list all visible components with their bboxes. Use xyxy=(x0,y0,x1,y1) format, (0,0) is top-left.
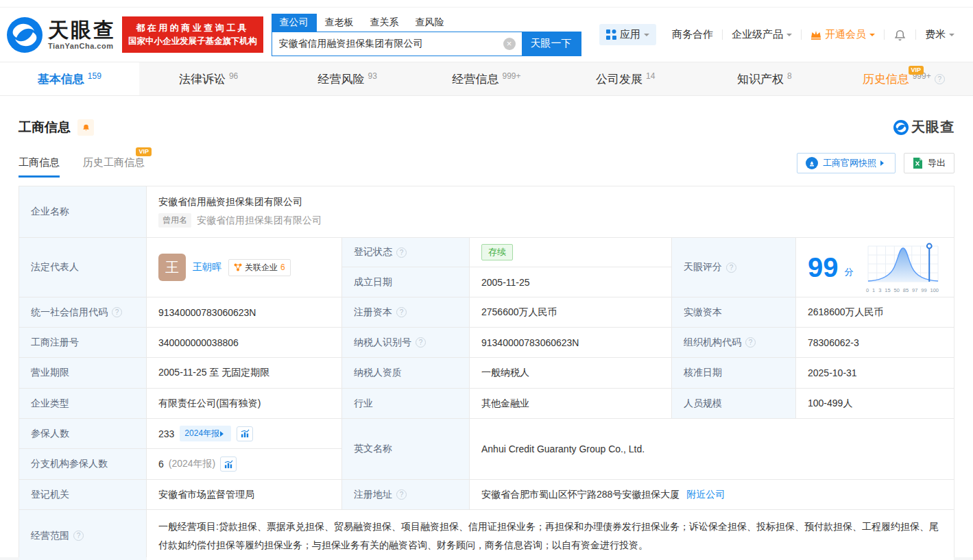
tab-intellectual-property[interactable]: 知识产权 8 xyxy=(695,62,834,95)
search-tab-company[interactable]: 查公司 xyxy=(272,14,317,32)
field-label: 纳税人识别号 ? xyxy=(342,328,469,357)
chevron-down-icon xyxy=(786,34,792,39)
section-header: 工商信息 天眼查 xyxy=(19,118,954,136)
taxpayer-type-value: 一般纳税人 xyxy=(470,358,671,388)
trend-chart-button[interactable] xyxy=(220,456,237,472)
subtab-history-business-info[interactable]: 历史工商信息 VIP xyxy=(83,156,145,178)
bell-icon xyxy=(893,28,906,42)
credit-code-value: 91340000783060623N xyxy=(147,297,341,327)
help-icon[interactable]: ? xyxy=(73,531,84,541)
histogram-icon xyxy=(241,429,250,438)
search-tab-risk[interactable]: 查风险 xyxy=(407,14,453,32)
top-divider xyxy=(0,0,973,8)
search-box: × 天眼一下 xyxy=(272,32,581,56)
tab-company-development[interactable]: 公司发展 14 xyxy=(556,62,695,95)
notification-bell[interactable] xyxy=(885,28,915,42)
subtab-business-info[interactable]: 工商信息 xyxy=(19,156,60,178)
tab-label: 经营风险 xyxy=(318,71,365,87)
reg-status-value: 存续 xyxy=(470,238,671,267)
tab-operation-risk[interactable]: 经营风险 93 xyxy=(278,62,417,95)
tianyancha-logo[interactable]: 天眼查 TianYanCha.com xyxy=(7,17,116,53)
search-tab-boss[interactable]: 查老板 xyxy=(317,14,362,32)
annual-report-link[interactable]: 2024年报 xyxy=(180,426,231,441)
help-icon[interactable]: ? xyxy=(396,489,407,500)
help-icon[interactable]: ? xyxy=(112,307,122,317)
export-button[interactable]: 导出 xyxy=(904,153,954,173)
annual-report-note: (2024年报) xyxy=(169,458,215,470)
network-icon xyxy=(234,263,242,271)
help-icon[interactable]: ? xyxy=(726,263,736,273)
watermark-logo: 天眼查 xyxy=(893,118,954,136)
org-code-value: 78306062-3 xyxy=(796,328,954,357)
insured-count: 233 xyxy=(158,428,174,439)
business-scope-value: 一般经营项目:贷款担保、票据承兑担保、贸易融资担保、项目融资担保、信用证担保业务… xyxy=(147,510,954,560)
field-label: 营业期限 xyxy=(19,358,146,388)
slogan-line1: 都在用的商业查询工具 xyxy=(128,21,257,35)
search-tab-relation[interactable]: 查关系 xyxy=(362,14,407,32)
company-name: 安徽省信用融资担保集团有限公司 xyxy=(158,196,302,208)
nav-open-vip[interactable]: 开通会员 xyxy=(802,28,884,41)
field-label: 登记机关 xyxy=(19,480,146,509)
field-label: 纳税人资质 xyxy=(342,358,469,388)
main-content: 工商信息 天眼查 工商信息 历史工商信息 VIP xyxy=(0,118,973,557)
nav-enterprise[interactable]: 企业级产品 xyxy=(723,28,801,41)
subtab-row: 工商信息 历史工商信息 VIP 工商官网快照 xyxy=(19,153,954,178)
branch-insured-value: 6 (2024年报) xyxy=(147,449,341,479)
tab-history-info[interactable]: VIP 历史信息 999+ ? xyxy=(834,62,973,95)
tab-count: 96 xyxy=(229,71,238,81)
field-label: 实缴资本 xyxy=(672,297,795,327)
header-nav: 应用 商务合作 企业级产品 开通会员 费米 xyxy=(599,24,963,45)
former-name: 安徽省信用担保集团有限公司 xyxy=(197,215,322,227)
score-unit: 分 xyxy=(845,266,854,278)
nav-apps[interactable]: 应用 xyxy=(599,24,656,45)
field-label: 工商注册号 xyxy=(19,328,146,357)
field-label: 注册地址 ? xyxy=(342,480,469,509)
avatar[interactable]: 王 xyxy=(158,254,186,281)
related-count: 6 xyxy=(280,263,285,272)
main-tab-bar: 基本信息 159 法律诉讼 96 经营风险 93 经营信息 999+ 公司发展 … xyxy=(0,62,973,96)
score-value: 99 分 xyxy=(796,238,954,297)
tab-label: 知识产权 xyxy=(737,71,784,87)
tab-basic-info[interactable]: 基本信息 159 xyxy=(0,62,139,95)
clear-icon[interactable]: × xyxy=(503,38,516,50)
chevron-down-icon xyxy=(949,34,954,39)
help-icon[interactable]: ? xyxy=(745,337,756,348)
field-label: 分支机构参保人数 xyxy=(19,449,146,479)
tab-count: 93 xyxy=(368,71,377,81)
staff-size-value: 100-499人 xyxy=(796,389,954,418)
help-icon[interactable]: ? xyxy=(396,247,407,258)
taxpayer-id-value: 91340000783060623N xyxy=(470,328,671,357)
tab-legal-proceedings[interactable]: 法律诉讼 96 xyxy=(139,62,278,95)
field-label: 英文名称 xyxy=(342,419,469,479)
help-icon[interactable]: ? xyxy=(396,307,407,317)
address-text: 安徽省合肥市蜀山区怀宁路288号安徽担保大厦 xyxy=(481,489,680,501)
field-label: 组织机构代码 ? xyxy=(672,328,795,357)
section-title: 工商信息 xyxy=(19,119,71,136)
search-input[interactable] xyxy=(272,32,503,56)
nav-open-vip-label: 开通会员 xyxy=(825,28,866,41)
brand-domain: TianYanCha.com xyxy=(48,42,116,50)
status-badge: 存续 xyxy=(481,244,513,260)
nav-cooperation[interactable]: 商务合作 xyxy=(663,28,722,41)
apps-grid-icon xyxy=(606,29,616,40)
tab-business-info[interactable]: 经营信息 999+ xyxy=(417,62,556,95)
tab-label: 法律诉讼 xyxy=(179,71,226,87)
related-companies-tag[interactable]: 关联企业 6 xyxy=(228,259,291,276)
histogram-icon xyxy=(224,460,233,469)
paid-capital-value: 2618600万人民币 xyxy=(796,297,954,327)
field-label: 行业 xyxy=(342,389,469,418)
official-snapshot-button[interactable]: 工商官网快照 xyxy=(797,153,896,173)
nav-apps-label: 应用 xyxy=(620,28,640,41)
nearby-companies-link[interactable]: 附近公司 xyxy=(686,489,725,501)
nav-user[interactable]: 费米 xyxy=(916,28,963,41)
help-icon[interactable]: ? xyxy=(416,337,426,348)
help-icon[interactable]: ? xyxy=(935,74,945,84)
former-name-tag: 曾用名 xyxy=(158,213,191,228)
search-block: 查公司 查老板 查关系 查风险 × 天眼一下 xyxy=(272,14,581,56)
subscribe-bell-button[interactable] xyxy=(77,119,94,136)
arrow-right-icon xyxy=(220,431,226,437)
search-button[interactable]: 天眼一下 xyxy=(522,32,581,56)
trend-chart-button[interactable] xyxy=(237,426,253,441)
legal-rep-link[interactable]: 王朝晖 xyxy=(193,261,221,273)
field-label: 人员规模 xyxy=(672,389,795,418)
